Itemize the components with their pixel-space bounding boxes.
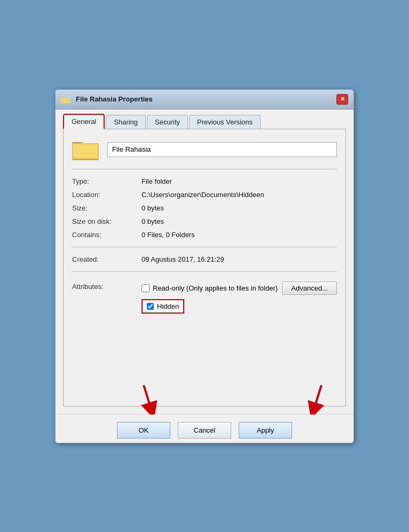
prop-created-label: Created: bbox=[72, 255, 141, 263]
advanced-button[interactable]: Advanced... bbox=[282, 281, 337, 295]
prop-type-value: File folder bbox=[141, 177, 172, 185]
folder-name-row bbox=[72, 138, 337, 161]
attributes-right: Read-only (Only applies to files in fold… bbox=[141, 281, 337, 314]
prop-contains: Contains: 0 Files, 0 Folders bbox=[72, 228, 337, 241]
attr-top-row: Read-only (Only applies to files in fold… bbox=[141, 281, 337, 295]
readonly-label: Read-only (Only applies to files in fold… bbox=[153, 284, 278, 292]
prop-created: Created: 09 Agustus 2017, 16:21:29 bbox=[72, 253, 337, 266]
svg-rect-2 bbox=[61, 98, 70, 103]
tab-security[interactable]: Security bbox=[147, 115, 188, 129]
divider-3 bbox=[72, 271, 337, 272]
prop-contains-value: 0 Files, 0 Folders bbox=[141, 231, 195, 239]
divider-2 bbox=[72, 247, 337, 247]
prop-type: Type: File folder bbox=[72, 175, 337, 188]
properties-section: Type: File folder Location: C:\Users\org… bbox=[72, 175, 337, 241]
tab-content-general: Type: File folder Location: C:\Users\org… bbox=[63, 129, 346, 406]
prop-created-value: 09 Agustus 2017, 16:21:29 bbox=[141, 255, 224, 263]
ok-button[interactable]: OK bbox=[117, 422, 170, 439]
prop-size-disk-value: 0 bytes bbox=[141, 217, 164, 225]
attributes-label: Attributes: bbox=[72, 281, 141, 291]
titlebar-folder-icon bbox=[61, 94, 72, 105]
prop-size-disk: Size on disk: 0 bytes bbox=[72, 215, 337, 228]
prop-contains-label: Contains: bbox=[72, 231, 141, 239]
tab-general[interactable]: General bbox=[63, 114, 105, 129]
prop-size-disk-label: Size on disk: bbox=[72, 217, 141, 225]
prop-type-label: Type: bbox=[72, 177, 141, 185]
readonly-checkbox-row: Read-only (Only applies to files in fold… bbox=[141, 284, 278, 292]
dialog-title: File Rahasia Properties bbox=[76, 95, 153, 103]
prop-size-value: 0 bytes bbox=[141, 204, 164, 212]
prop-location-label: Location: bbox=[72, 191, 141, 199]
close-button[interactable]: ✕ bbox=[336, 94, 348, 105]
folder-icon bbox=[72, 138, 100, 161]
divider-1 bbox=[72, 169, 337, 169]
title-bar-left: File Rahasia Properties bbox=[61, 94, 153, 105]
dialog-body: General Sharing Security Previous Versio… bbox=[56, 109, 353, 414]
hidden-label: Hidden bbox=[157, 302, 179, 310]
cancel-button[interactable]: Cancel bbox=[178, 422, 231, 439]
prop-location-value: C:\Users\organizer\Documents\Hiddeen bbox=[141, 191, 264, 199]
tab-sharing[interactable]: Sharing bbox=[106, 115, 146, 129]
dialog-window: File Rahasia Properties ✕ General Sharin… bbox=[55, 89, 354, 443]
tab-bar: General Sharing Security Previous Versio… bbox=[63, 114, 346, 129]
hidden-checkbox-wrapper: Hidden bbox=[141, 299, 184, 314]
title-bar: File Rahasia Properties ✕ bbox=[56, 90, 353, 109]
prop-size: Size: 0 bytes bbox=[72, 201, 337, 215]
attributes-section: Attributes: Read-only (Only applies to f… bbox=[72, 277, 337, 318]
tab-previous-versions[interactable]: Previous Versions bbox=[189, 115, 261, 129]
folder-name-input[interactable] bbox=[107, 142, 337, 157]
apply-button[interactable]: Apply bbox=[239, 422, 292, 439]
prop-location: Location: C:\Users\organizer\Documents\H… bbox=[72, 188, 337, 201]
readonly-checkbox[interactable] bbox=[141, 284, 150, 292]
button-bar: OK Cancel Apply bbox=[56, 414, 353, 443]
svg-rect-6 bbox=[73, 144, 98, 158]
prop-size-label: Size: bbox=[72, 204, 141, 212]
hidden-checkbox[interactable] bbox=[147, 303, 154, 310]
